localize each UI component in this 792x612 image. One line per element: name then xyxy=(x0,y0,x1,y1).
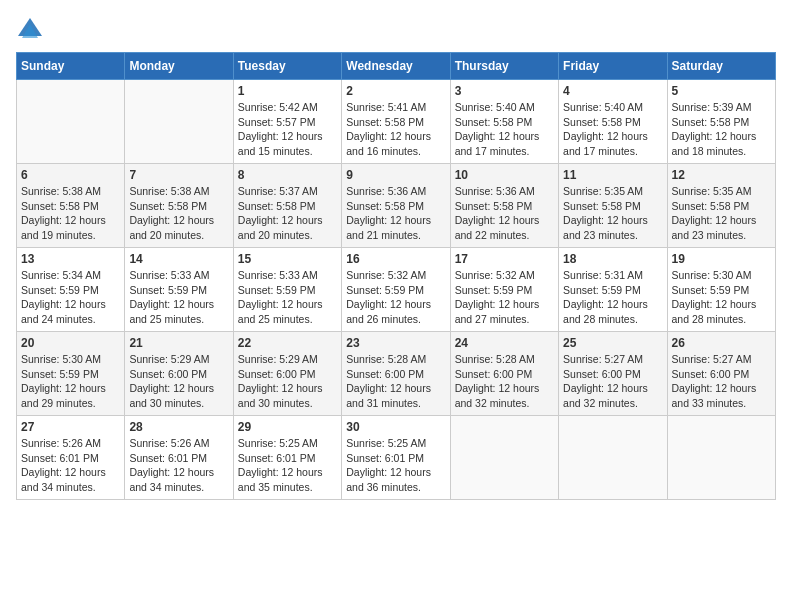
daylight-hours: Daylight: 12 hours and 29 minutes. xyxy=(21,382,106,409)
daylight-hours: Daylight: 12 hours and 16 minutes. xyxy=(346,130,431,157)
sunset-time: Sunset: 5:57 PM xyxy=(238,116,316,128)
daylight-hours: Daylight: 12 hours and 18 minutes. xyxy=(672,130,757,157)
day-detail: Sunrise: 5:29 AM Sunset: 6:00 PM Dayligh… xyxy=(238,352,337,411)
calendar-cell: 6 Sunrise: 5:38 AM Sunset: 5:58 PM Dayli… xyxy=(17,164,125,248)
sunrise-time: Sunrise: 5:35 AM xyxy=(672,185,752,197)
daylight-hours: Daylight: 12 hours and 34 minutes. xyxy=(21,466,106,493)
daylight-hours: Daylight: 12 hours and 31 minutes. xyxy=(346,382,431,409)
daylight-hours: Daylight: 12 hours and 34 minutes. xyxy=(129,466,214,493)
page-header xyxy=(16,16,776,44)
day-number: 11 xyxy=(563,168,662,182)
day-number: 7 xyxy=(129,168,228,182)
daylight-hours: Daylight: 12 hours and 36 minutes. xyxy=(346,466,431,493)
sunrise-time: Sunrise: 5:33 AM xyxy=(238,269,318,281)
calendar-cell: 12 Sunrise: 5:35 AM Sunset: 5:58 PM Dayl… xyxy=(667,164,775,248)
calendar-table: SundayMondayTuesdayWednesdayThursdayFrid… xyxy=(16,52,776,500)
sunset-time: Sunset: 5:59 PM xyxy=(21,368,99,380)
sunrise-time: Sunrise: 5:27 AM xyxy=(672,353,752,365)
calendar-cell: 1 Sunrise: 5:42 AM Sunset: 5:57 PM Dayli… xyxy=(233,80,341,164)
day-detail: Sunrise: 5:37 AM Sunset: 5:58 PM Dayligh… xyxy=(238,184,337,243)
day-number: 12 xyxy=(672,168,771,182)
sunset-time: Sunset: 6:00 PM xyxy=(129,368,207,380)
calendar-cell: 2 Sunrise: 5:41 AM Sunset: 5:58 PM Dayli… xyxy=(342,80,450,164)
day-detail: Sunrise: 5:29 AM Sunset: 6:00 PM Dayligh… xyxy=(129,352,228,411)
day-number: 30 xyxy=(346,420,445,434)
daylight-hours: Daylight: 12 hours and 17 minutes. xyxy=(563,130,648,157)
calendar-cell xyxy=(17,80,125,164)
calendar-cell xyxy=(667,416,775,500)
logo xyxy=(16,16,48,44)
sunrise-time: Sunrise: 5:36 AM xyxy=(346,185,426,197)
sunset-time: Sunset: 5:59 PM xyxy=(21,284,99,296)
day-number: 6 xyxy=(21,168,120,182)
sunset-time: Sunset: 6:00 PM xyxy=(455,368,533,380)
daylight-hours: Daylight: 12 hours and 21 minutes. xyxy=(346,214,431,241)
calendar-cell: 18 Sunrise: 5:31 AM Sunset: 5:59 PM Dayl… xyxy=(559,248,667,332)
sunrise-time: Sunrise: 5:27 AM xyxy=(563,353,643,365)
calendar-week-row: 27 Sunrise: 5:26 AM Sunset: 6:01 PM Dayl… xyxy=(17,416,776,500)
day-number: 21 xyxy=(129,336,228,350)
sunset-time: Sunset: 6:00 PM xyxy=(346,368,424,380)
day-number: 25 xyxy=(563,336,662,350)
sunrise-time: Sunrise: 5:26 AM xyxy=(129,437,209,449)
calendar-cell: 22 Sunrise: 5:29 AM Sunset: 6:00 PM Dayl… xyxy=(233,332,341,416)
daylight-hours: Daylight: 12 hours and 17 minutes. xyxy=(455,130,540,157)
sunset-time: Sunset: 5:58 PM xyxy=(346,116,424,128)
day-number: 19 xyxy=(672,252,771,266)
day-number: 29 xyxy=(238,420,337,434)
calendar-cell: 7 Sunrise: 5:38 AM Sunset: 5:58 PM Dayli… xyxy=(125,164,233,248)
day-detail: Sunrise: 5:38 AM Sunset: 5:58 PM Dayligh… xyxy=(21,184,120,243)
sunset-time: Sunset: 6:00 PM xyxy=(238,368,316,380)
weekday-header: Monday xyxy=(125,53,233,80)
sunset-time: Sunset: 5:58 PM xyxy=(563,116,641,128)
day-detail: Sunrise: 5:25 AM Sunset: 6:01 PM Dayligh… xyxy=(346,436,445,495)
day-number: 4 xyxy=(563,84,662,98)
calendar-cell: 11 Sunrise: 5:35 AM Sunset: 5:58 PM Dayl… xyxy=(559,164,667,248)
day-detail: Sunrise: 5:33 AM Sunset: 5:59 PM Dayligh… xyxy=(129,268,228,327)
weekday-header: Friday xyxy=(559,53,667,80)
day-number: 1 xyxy=(238,84,337,98)
day-detail: Sunrise: 5:28 AM Sunset: 6:00 PM Dayligh… xyxy=(455,352,554,411)
day-number: 10 xyxy=(455,168,554,182)
sunrise-time: Sunrise: 5:32 AM xyxy=(346,269,426,281)
sunrise-time: Sunrise: 5:41 AM xyxy=(346,101,426,113)
day-detail: Sunrise: 5:25 AM Sunset: 6:01 PM Dayligh… xyxy=(238,436,337,495)
calendar-cell: 17 Sunrise: 5:32 AM Sunset: 5:59 PM Dayl… xyxy=(450,248,558,332)
calendar-cell: 8 Sunrise: 5:37 AM Sunset: 5:58 PM Dayli… xyxy=(233,164,341,248)
calendar-cell: 27 Sunrise: 5:26 AM Sunset: 6:01 PM Dayl… xyxy=(17,416,125,500)
day-number: 9 xyxy=(346,168,445,182)
calendar-cell: 20 Sunrise: 5:30 AM Sunset: 5:59 PM Dayl… xyxy=(17,332,125,416)
day-detail: Sunrise: 5:26 AM Sunset: 6:01 PM Dayligh… xyxy=(129,436,228,495)
calendar-cell: 21 Sunrise: 5:29 AM Sunset: 6:00 PM Dayl… xyxy=(125,332,233,416)
daylight-hours: Daylight: 12 hours and 23 minutes. xyxy=(672,214,757,241)
calendar-cell xyxy=(125,80,233,164)
sunrise-time: Sunrise: 5:32 AM xyxy=(455,269,535,281)
calendar-cell: 14 Sunrise: 5:33 AM Sunset: 5:59 PM Dayl… xyxy=(125,248,233,332)
sunrise-time: Sunrise: 5:35 AM xyxy=(563,185,643,197)
calendar-cell: 29 Sunrise: 5:25 AM Sunset: 6:01 PM Dayl… xyxy=(233,416,341,500)
sunrise-time: Sunrise: 5:34 AM xyxy=(21,269,101,281)
day-number: 13 xyxy=(21,252,120,266)
sunrise-time: Sunrise: 5:40 AM xyxy=(563,101,643,113)
calendar-cell: 16 Sunrise: 5:32 AM Sunset: 5:59 PM Dayl… xyxy=(342,248,450,332)
calendar-cell xyxy=(450,416,558,500)
sunset-time: Sunset: 5:59 PM xyxy=(238,284,316,296)
day-number: 8 xyxy=(238,168,337,182)
calendar-cell: 26 Sunrise: 5:27 AM Sunset: 6:00 PM Dayl… xyxy=(667,332,775,416)
sunrise-time: Sunrise: 5:28 AM xyxy=(346,353,426,365)
daylight-hours: Daylight: 12 hours and 20 minutes. xyxy=(129,214,214,241)
sunset-time: Sunset: 5:58 PM xyxy=(455,116,533,128)
calendar-cell: 24 Sunrise: 5:28 AM Sunset: 6:00 PM Dayl… xyxy=(450,332,558,416)
day-detail: Sunrise: 5:30 AM Sunset: 5:59 PM Dayligh… xyxy=(672,268,771,327)
calendar-cell: 13 Sunrise: 5:34 AM Sunset: 5:59 PM Dayl… xyxy=(17,248,125,332)
sunset-time: Sunset: 5:59 PM xyxy=(455,284,533,296)
daylight-hours: Daylight: 12 hours and 25 minutes. xyxy=(238,298,323,325)
calendar-cell xyxy=(559,416,667,500)
daylight-hours: Daylight: 12 hours and 33 minutes. xyxy=(672,382,757,409)
sunset-time: Sunset: 5:58 PM xyxy=(563,200,641,212)
day-detail: Sunrise: 5:26 AM Sunset: 6:01 PM Dayligh… xyxy=(21,436,120,495)
daylight-hours: Daylight: 12 hours and 32 minutes. xyxy=(563,382,648,409)
calendar-week-row: 13 Sunrise: 5:34 AM Sunset: 5:59 PM Dayl… xyxy=(17,248,776,332)
day-number: 18 xyxy=(563,252,662,266)
daylight-hours: Daylight: 12 hours and 26 minutes. xyxy=(346,298,431,325)
